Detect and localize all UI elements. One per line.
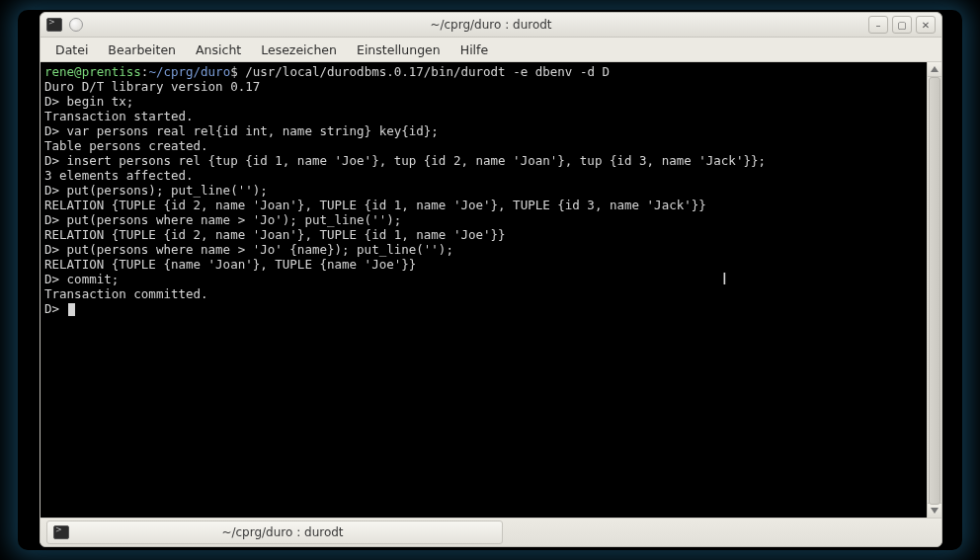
- menu-lesezeichen[interactable]: Lesezeichen: [252, 40, 346, 60]
- terminal-app-icon: [46, 17, 62, 33]
- maximize-button[interactable]: ▢: [892, 16, 912, 34]
- minimize-icon: –: [876, 20, 881, 31]
- terminal-area: rene@prentiss:~/cprg/duro$ /usr/local/du…: [41, 62, 941, 518]
- close-icon: ✕: [922, 20, 930, 31]
- scrollbar-thumb[interactable]: [929, 77, 940, 505]
- menubar: Datei Bearbeiten Ansicht Lesezeichen Ein…: [41, 38, 941, 62]
- terminal-output[interactable]: rene@prentiss:~/cprg/duro$ /usr/local/du…: [41, 62, 927, 518]
- window-title: ~/cprg/duro : durodt: [41, 18, 941, 32]
- menu-ansicht[interactable]: Ansicht: [187, 40, 250, 60]
- scroll-up-button[interactable]: [928, 62, 941, 77]
- titlebar: ~/cprg/duro : durodt – ▢ ✕: [41, 13, 941, 38]
- minimize-button[interactable]: –: [868, 16, 888, 34]
- terminal-window: ~/cprg/duro : durodt – ▢ ✕ Datei Bearbei…: [40, 12, 942, 547]
- terminal-tab-icon: [53, 525, 69, 539]
- pin-icon[interactable]: [68, 17, 84, 33]
- close-button[interactable]: ✕: [916, 16, 936, 34]
- block-cursor: [68, 303, 75, 316]
- menu-bearbeiten[interactable]: Bearbeiten: [99, 40, 185, 60]
- tab-active[interactable]: ~/cprg/duro : durodt: [46, 520, 503, 544]
- scrollbar-track[interactable]: [928, 77, 941, 503]
- tab-label: ~/cprg/duro : durodt: [77, 525, 488, 539]
- menu-hilfe[interactable]: Hilfe: [451, 40, 497, 60]
- tab-bar: ~/cprg/duro : durodt: [41, 518, 941, 546]
- maximize-icon: ▢: [897, 20, 906, 31]
- scrollbar[interactable]: [927, 62, 941, 518]
- scroll-down-button[interactable]: [928, 503, 941, 518]
- menu-einstellungen[interactable]: Einstellungen: [348, 40, 449, 60]
- svg-marker-0: [931, 66, 939, 72]
- svg-marker-1: [931, 508, 939, 514]
- menu-datei[interactable]: Datei: [46, 40, 97, 60]
